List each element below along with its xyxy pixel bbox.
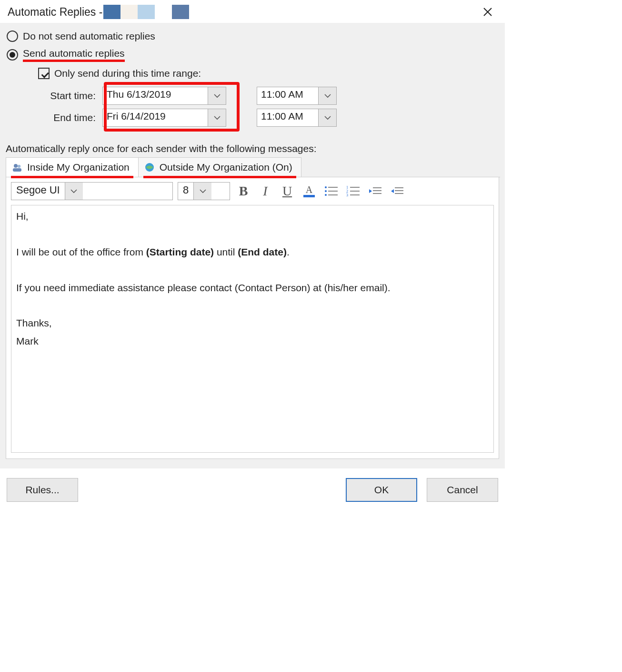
- chevron-down-icon[interactable]: [318, 109, 336, 126]
- numbered-list-icon: 1 2 3: [345, 184, 361, 198]
- cancel-button[interactable]: Cancel: [427, 478, 498, 502]
- msg-line: .: [287, 246, 290, 257]
- tab-label: Outside My Organization (On): [160, 162, 292, 173]
- end-time-label: End time:: [24, 112, 102, 123]
- people-icon: [12, 162, 22, 173]
- globe-icon: [144, 162, 155, 173]
- end-time-field[interactable]: 11:00 AM: [257, 109, 337, 127]
- checkbox-time-range[interactable]: Only send during this time range:: [38, 67, 500, 80]
- rules-button[interactable]: Rules...: [7, 478, 78, 502]
- time-range-block: Start time: Thu 6/13/2019 11:00 AM End t…: [24, 83, 500, 131]
- font-size-value: 8: [178, 183, 193, 200]
- indent-icon: [389, 184, 404, 198]
- font-size-combo[interactable]: 8: [178, 182, 230, 200]
- svg-marker-20: [369, 189, 372, 193]
- svg-rect-9: [328, 187, 338, 188]
- titlebar: Automatic Replies -: [0, 0, 505, 23]
- close-icon: [483, 7, 492, 17]
- font-color-button[interactable]: A: [301, 183, 318, 200]
- tab-outside-org[interactable]: Outside My Organization (On): [138, 157, 301, 177]
- svg-point-10: [325, 190, 327, 192]
- italic-button[interactable]: I: [257, 183, 274, 200]
- svg-rect-21: [373, 187, 381, 188]
- title-color-swatches: [103, 5, 189, 19]
- msg-bold: (Starting date): [146, 246, 214, 257]
- msg-line: I will be out of the office from: [16, 246, 146, 257]
- svg-point-12: [325, 194, 327, 196]
- underline-button[interactable]: U: [279, 183, 296, 200]
- svg-rect-25: [395, 187, 403, 188]
- chevron-down-icon[interactable]: [65, 183, 83, 200]
- window-title: Automatic Replies -: [8, 6, 102, 19]
- annotation-red-underline: [11, 176, 133, 178]
- start-time-label: Start time:: [24, 90, 102, 102]
- dialog-body: Do not send automatic replies Send autom…: [0, 23, 505, 468]
- end-date-field[interactable]: Fri 6/14/2019: [102, 109, 226, 127]
- radio-do-not-send[interactable]: Do not send automatic replies: [7, 30, 500, 43]
- reply-subtitle: Automatically reply once for each sender…: [6, 143, 500, 154]
- svg-marker-24: [391, 189, 394, 193]
- end-date-value: Fri 6/14/2019: [103, 109, 208, 126]
- end-time-row: End time: Fri 6/14/2019 11:00 AM: [24, 107, 500, 129]
- start-date-field[interactable]: Thu 6/13/2019: [102, 87, 226, 105]
- font-family-combo[interactable]: Segoe UI: [11, 182, 173, 200]
- font-family-value: Segoe UI: [11, 183, 65, 200]
- tab-inside-org[interactable]: Inside My Organization: [6, 157, 139, 177]
- msg-line: If you need immediate assistance please …: [16, 282, 391, 293]
- outdent-icon: [367, 184, 382, 198]
- msg-line: Thanks,: [16, 317, 52, 328]
- svg-rect-4: [13, 168, 21, 172]
- msg-line: Hi,: [16, 211, 29, 222]
- chevron-down-icon[interactable]: [193, 183, 211, 200]
- annotation-red-underline: [143, 176, 296, 178]
- start-time-value: 11:00 AM: [257, 87, 318, 104]
- indent-button[interactable]: [388, 183, 405, 200]
- svg-rect-7: [303, 195, 315, 197]
- format-toolbar: Segoe UI 8 B I U A: [11, 182, 494, 205]
- start-time-field[interactable]: 11:00 AM: [257, 87, 337, 105]
- start-time-row: Start time: Thu 6/13/2019 11:00 AM: [24, 85, 500, 107]
- svg-rect-22: [373, 190, 381, 191]
- checkbox-icon: [38, 68, 50, 79]
- chevron-down-icon[interactable]: [208, 87, 226, 104]
- tab-bar: Inside My Organization Outside My Organi…: [6, 157, 500, 177]
- svg-point-8: [325, 186, 327, 188]
- bullet-list-icon: [323, 184, 339, 198]
- svg-rect-11: [328, 191, 338, 192]
- outdent-button[interactable]: [366, 183, 383, 200]
- close-button[interactable]: [478, 4, 497, 20]
- ok-button[interactable]: OK: [346, 478, 417, 502]
- svg-rect-13: [328, 194, 338, 195]
- radio-icon: [7, 49, 18, 61]
- svg-rect-26: [395, 190, 403, 191]
- bullet-list-button[interactable]: [322, 183, 340, 200]
- dialog-footer: Rules... OK Cancel: [0, 468, 505, 512]
- svg-rect-27: [395, 193, 403, 194]
- chevron-down-icon[interactable]: [208, 109, 226, 126]
- svg-rect-17: [350, 191, 360, 192]
- svg-point-3: [18, 165, 20, 168]
- bold-button[interactable]: B: [235, 183, 252, 200]
- svg-text:A: A: [306, 184, 313, 195]
- numbered-list-button[interactable]: 1 2 3: [344, 183, 361, 200]
- svg-rect-19: [350, 194, 360, 195]
- radio-send[interactable]: Send automatic replies: [7, 47, 500, 63]
- editor-panel: Segoe UI 8 B I U A: [6, 177, 499, 459]
- message-editor[interactable]: Hi, I will be out of the office from (St…: [11, 205, 494, 453]
- tab-label: Inside My Organization: [27, 162, 130, 173]
- start-date-value: Thu 6/13/2019: [103, 87, 208, 104]
- svg-rect-15: [350, 187, 360, 188]
- msg-line: until: [214, 246, 238, 257]
- radio-label: Send automatic replies: [23, 48, 125, 62]
- msg-line: Mark: [16, 336, 39, 346]
- radio-icon: [7, 31, 18, 42]
- svg-text:3: 3: [346, 193, 348, 197]
- end-time-value: 11:00 AM: [257, 109, 318, 126]
- font-color-icon: A: [301, 184, 317, 198]
- checkbox-label: Only send during this time range:: [54, 68, 201, 79]
- chevron-down-icon[interactable]: [318, 87, 336, 104]
- svg-rect-23: [373, 193, 381, 194]
- radio-label: Do not send automatic replies: [23, 31, 155, 42]
- svg-point-2: [14, 164, 18, 168]
- msg-bold: (End date): [238, 246, 287, 257]
